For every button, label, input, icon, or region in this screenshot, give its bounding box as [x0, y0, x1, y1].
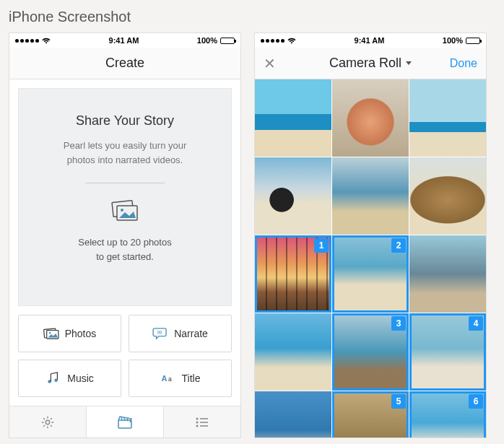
- photo-thumb[interactable]: [332, 79, 409, 157]
- svg-point-11: [45, 420, 49, 424]
- phone-camera-roll: 9:41 AM 100% ✕ Camera Roll Done: [254, 32, 487, 438]
- list-icon: [194, 415, 210, 430]
- close-button[interactable]: ✕: [264, 48, 276, 79]
- svg-point-14: [196, 421, 199, 423]
- selection-badge: 4: [469, 316, 483, 331]
- wifi-icon: [42, 37, 51, 44]
- done-label: Done: [450, 57, 477, 70]
- album-title: Camera Roll: [329, 56, 401, 71]
- photo-thumb[interactable]: [255, 157, 331, 235]
- photo-thumb[interactable]: 5: [332, 391, 409, 438]
- selection-badge: 3: [391, 316, 406, 331]
- tab-bar: [9, 406, 240, 438]
- photos-label: Photos: [65, 328, 97, 339]
- gear-icon: [40, 415, 56, 430]
- status-time: 9:41 AM: [109, 36, 139, 45]
- title-icon: Aa: [160, 372, 176, 385]
- battery-icon: [220, 38, 235, 44]
- tab-settings[interactable]: [9, 406, 86, 438]
- photo-stack-icon: [110, 199, 139, 222]
- photo-thumb[interactable]: [255, 391, 331, 438]
- photo-thumb[interactable]: [332, 157, 409, 235]
- nav-bar-roll: ✕ Camera Roll Done: [255, 48, 486, 79]
- photo-thumb[interactable]: [409, 235, 486, 313]
- story-subtext: Pearl lets you easily turn your photos i…: [64, 139, 187, 167]
- chevron-down-icon: [406, 61, 412, 65]
- album-selector[interactable]: Camera Roll: [329, 56, 412, 71]
- title-label: Title: [182, 373, 201, 384]
- title-button[interactable]: Aa Title: [129, 360, 232, 397]
- selection-badge: 5: [391, 394, 406, 409]
- svg-text:99: 99: [157, 330, 163, 335]
- signal-icon: [261, 39, 284, 43]
- story-heading: Share Your Story: [76, 113, 174, 129]
- phone-create: 9:41 AM 100% Create Share Your Story Pea…: [9, 32, 241, 438]
- photo-grid: 1 2 3 4 5 6: [255, 79, 486, 438]
- status-bar: 9:41 AM 100%: [9, 33, 240, 48]
- photo-thumb[interactable]: [255, 79, 331, 157]
- selection-badge: 2: [391, 238, 406, 253]
- music-button[interactable]: Music: [18, 360, 121, 397]
- tab-list[interactable]: [164, 406, 240, 438]
- close-icon: ✕: [264, 55, 276, 72]
- svg-text:A: A: [161, 374, 167, 383]
- selection-badge: 1: [314, 238, 329, 253]
- action-grid: Photos 99 Narrate Music: [9, 315, 240, 406]
- photo-thumb[interactable]: 4: [409, 313, 486, 391]
- battery-icon: [466, 38, 480, 44]
- select-hint: Select up to 20 photos to get started.: [78, 235, 171, 264]
- done-button[interactable]: Done: [450, 48, 477, 79]
- photo-thumb[interactable]: [409, 157, 486, 235]
- svg-rect-12: [118, 420, 131, 428]
- wifi-icon: [287, 37, 296, 44]
- status-time: 9:41 AM: [355, 36, 385, 45]
- clapper-icon: [117, 415, 133, 430]
- narrate-icon: 99: [152, 327, 168, 340]
- battery-percent: 100%: [197, 36, 217, 45]
- photo-thumb[interactable]: 2: [332, 235, 409, 313]
- svg-point-8: [55, 378, 58, 382]
- narrate-label: Narrate: [174, 328, 208, 339]
- status-bar: 9:41 AM 100%: [255, 33, 486, 48]
- battery-percent: 100%: [443, 36, 463, 45]
- photo-thumb[interactable]: 1: [255, 235, 331, 313]
- nav-bar-create: Create: [9, 48, 240, 79]
- svg-point-5: [49, 332, 51, 334]
- page-heading: iPhone Screenshot: [9, 9, 495, 25]
- narrate-button[interactable]: 99 Narrate: [129, 315, 232, 352]
- nav-title: Create: [105, 56, 144, 71]
- music-label: Music: [67, 373, 94, 384]
- story-card: Share Your Story Pearl lets you easily t…: [18, 88, 232, 306]
- photo-thumb[interactable]: [409, 79, 486, 157]
- svg-text:a: a: [168, 375, 172, 383]
- photos-button[interactable]: Photos: [18, 315, 121, 352]
- photo-thumb[interactable]: [255, 313, 331, 391]
- svg-rect-4: [46, 331, 58, 339]
- svg-point-15: [196, 425, 199, 427]
- divider: [85, 183, 165, 183]
- photos-icon: [43, 327, 59, 340]
- svg-point-13: [196, 417, 199, 419]
- music-icon: [45, 372, 61, 385]
- svg-point-2: [121, 209, 123, 212]
- signal-icon: [15, 39, 39, 43]
- photo-thumb[interactable]: 3: [332, 313, 409, 391]
- tab-create[interactable]: [86, 406, 164, 438]
- selection-badge: 6: [469, 394, 483, 409]
- photo-thumb[interactable]: 6: [409, 391, 486, 438]
